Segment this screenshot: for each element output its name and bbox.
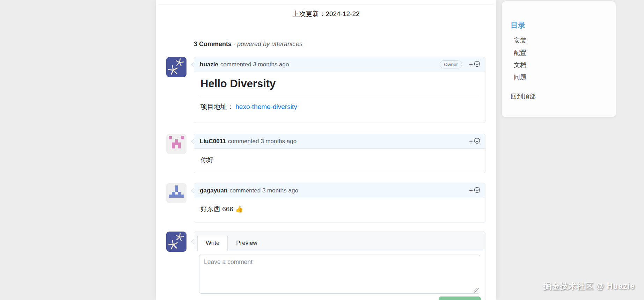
toc-item-issues[interactable]: 问题: [511, 71, 609, 83]
owner-badge: Owner: [440, 60, 462, 68]
new-comment-form: Write Preview: [194, 232, 485, 300]
smiley-icon: [474, 61, 480, 68]
toc-list: 安装 配置 文档 问题: [511, 35, 609, 83]
page: { "page": { "updated_label": "上次更新：", "u…: [0, 0, 644, 300]
avatar-liuc0011[interactable]: [166, 134, 186, 154]
comment-meta: commented 3 months ago: [228, 138, 469, 145]
preview-tab[interactable]: Preview: [228, 235, 265, 251]
add-reaction-button[interactable]: +: [469, 61, 480, 68]
back-to-top-link[interactable]: 回到顶部: [511, 92, 536, 101]
last-updated-label: 上次更新：: [292, 10, 325, 17]
smiley-icon: [474, 138, 480, 145]
comment-body-text: 好东西 666 👍: [194, 198, 485, 224]
last-updated-date: 2024-12-22: [325, 10, 359, 17]
avatar-current-user[interactable]: [166, 232, 186, 252]
toc-item-install[interactable]: 安装: [511, 35, 609, 47]
comment-title: Hello Diversity: [200, 78, 479, 95]
comments-count: 3 Comments - powered by utteranc.es: [194, 41, 302, 48]
toc-item-config[interactable]: 配置: [511, 47, 609, 59]
comment-body-text: 你好: [194, 149, 485, 174]
plus-icon: +: [469, 187, 473, 194]
comments-count-number: 3 Comments: [194, 41, 232, 47]
last-updated-text: 上次更新：2024-12-22: [156, 9, 496, 19]
toc-item-docs[interactable]: 文档: [511, 59, 609, 71]
write-tab[interactable]: Write: [197, 235, 228, 251]
comment-author-link[interactable]: gagayuan: [200, 187, 227, 194]
comment-card: gagayuan commented 3 months ago + 好东西 66…: [194, 183, 485, 222]
toc-title: 目录: [511, 20, 609, 30]
comment-header: gagayuan commented 3 months ago +: [194, 183, 485, 198]
toc-card: 目录 安装 配置 文档 问题 回到顶部: [502, 1, 616, 117]
avatar-gagayuan[interactable]: [166, 183, 186, 203]
add-reaction-button[interactable]: +: [469, 187, 480, 194]
comment-header: huazie commented 3 months ago Owner +: [194, 57, 485, 72]
project-label: 项目地址：: [200, 103, 234, 110]
comment-form-tab-bar: Write Preview: [194, 232, 485, 251]
comment-form-body: [194, 251, 485, 299]
comment-body: Hello Diversity 项目地址： hexo-theme-diversi…: [194, 72, 485, 118]
powered-by-prefix: - powered by: [232, 41, 271, 47]
comment-author-link[interactable]: LiuC0011: [200, 138, 226, 145]
add-reaction-button[interactable]: +: [469, 138, 480, 145]
comment-header: LiuC0011 commented 3 months ago +: [194, 134, 485, 149]
top-divider: [159, 5, 493, 5]
plus-icon: +: [469, 138, 473, 145]
plus-icon: +: [469, 61, 473, 68]
comment-card: LiuC0011 commented 3 months ago + 你好: [194, 134, 485, 173]
comment-author-link[interactable]: huazie: [200, 61, 218, 68]
comment-submit-button[interactable]: [439, 297, 481, 300]
comment-textarea[interactable]: [199, 255, 480, 294]
comment-meta: commented 3 months ago: [220, 61, 440, 68]
avatar-huazie[interactable]: [166, 57, 186, 77]
comment-card: huazie commented 3 months ago Owner + He…: [194, 57, 485, 123]
powered-by-link[interactable]: utteranc.es: [271, 41, 302, 47]
comment-meta: commented 3 months ago: [229, 187, 469, 194]
project-link[interactable]: hexo-theme-diversity: [235, 103, 297, 110]
main-content-column: 上次更新：2024-12-22 3 Comments - powered by …: [156, 0, 496, 300]
watermark: 掘金技术社区 @ Huazie: [543, 281, 635, 292]
smiley-icon: [474, 187, 480, 194]
